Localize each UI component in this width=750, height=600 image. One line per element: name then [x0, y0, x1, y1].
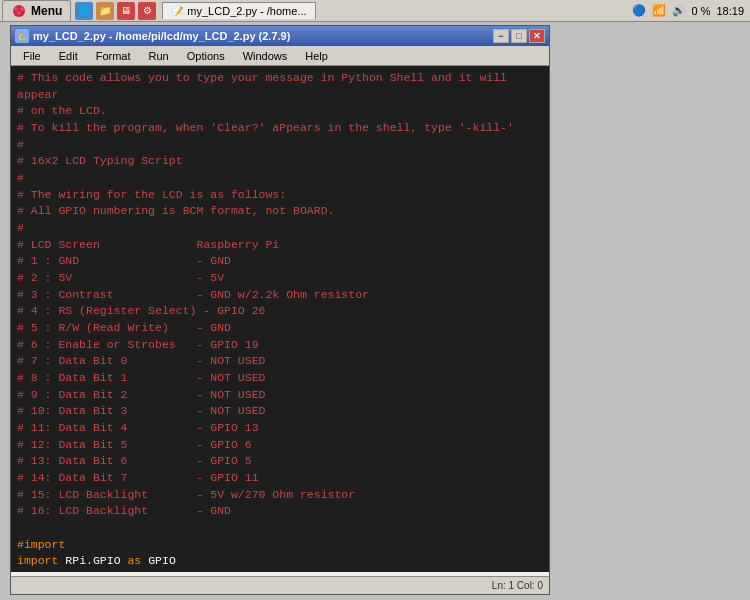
code-editor[interactable]: # This code allows you to type your mess…	[11, 66, 549, 572]
svg-point-2	[20, 7, 24, 11]
maximize-button[interactable]: □	[511, 29, 527, 43]
app-icon-2[interactable]: 📁	[96, 2, 114, 20]
close-button[interactable]: ✕	[529, 29, 545, 43]
window-titlebar: 🐍 my_LCD_2.py - /home/pi/lcd/my_LCD_2.py…	[11, 26, 549, 46]
app-icon-4[interactable]: ⚙	[138, 2, 156, 20]
system-tray: 🔵 📶 🔊 0 % 18:19	[632, 4, 751, 17]
window-title: my_LCD_2.py - /home/pi/lcd/my_LCD_2.py (…	[33, 30, 493, 42]
editor-window: 🐍 my_LCD_2.py - /home/pi/lcd/my_LCD_2.py…	[10, 25, 550, 595]
bluetooth-icon: 🔵	[632, 4, 646, 17]
window-tab-label: my_LCD_2.py - /home...	[187, 5, 306, 17]
tab-icon: 📝	[171, 6, 183, 17]
battery-indicator: 0 %	[692, 5, 711, 17]
minimize-button[interactable]: −	[493, 29, 509, 43]
svg-point-3	[17, 11, 21, 15]
statusbar: Ln: 1 Col: 0	[11, 576, 549, 594]
menubar: File Edit Format Run Options Windows Hel…	[11, 46, 549, 66]
menu-edit[interactable]: Edit	[51, 48, 86, 64]
window-controls: − □ ✕	[493, 29, 545, 43]
raspberry-icon	[11, 3, 27, 19]
code-content: # This code allows you to type your mess…	[17, 70, 543, 572]
menu-windows[interactable]: Windows	[235, 48, 296, 64]
line-col-indicator: Ln: 1 Col: 0	[492, 580, 543, 591]
app-icon-3[interactable]: 🖥	[117, 2, 135, 20]
menu-file[interactable]: File	[15, 48, 49, 64]
wifi-icon: 📶	[652, 4, 666, 17]
menu-run[interactable]: Run	[141, 48, 177, 64]
clock: 18:19	[716, 5, 744, 17]
menu-options[interactable]: Options	[179, 48, 233, 64]
app-icons-group: 🌐 📁 🖥 ⚙	[75, 2, 156, 20]
app-icon-1[interactable]: 🌐	[75, 2, 93, 20]
menu-help[interactable]: Help	[297, 48, 336, 64]
window-icon: 🐍	[15, 29, 29, 43]
window-taskbar-tab[interactable]: 📝 my_LCD_2.py - /home...	[162, 2, 315, 19]
volume-icon: 🔊	[672, 4, 686, 17]
menu-button[interactable]: Menu	[2, 0, 71, 22]
svg-point-1	[14, 7, 18, 11]
menu-label: Menu	[31, 4, 62, 18]
taskbar: Menu 🌐 📁 🖥 ⚙ 📝 my_LCD_2.py - /home... 🔵 …	[0, 0, 750, 22]
menu-format[interactable]: Format	[88, 48, 139, 64]
